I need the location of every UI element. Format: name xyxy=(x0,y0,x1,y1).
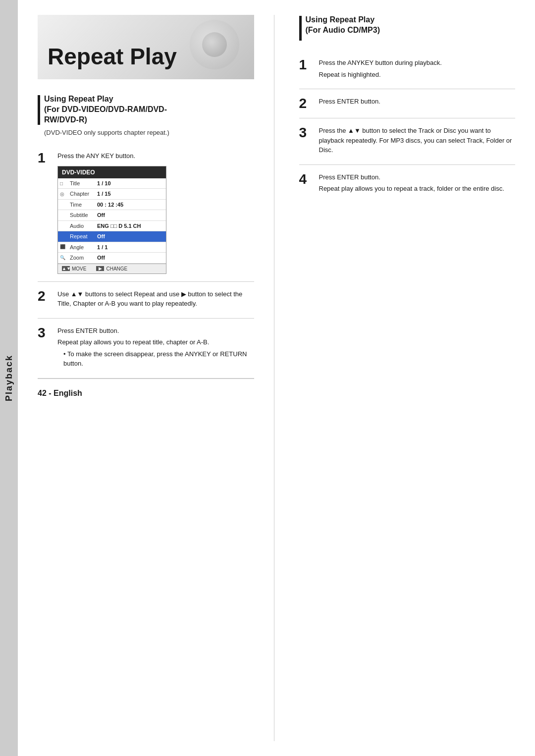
dvd-row-chapter: ◎ Chapter 1 / 15 xyxy=(58,189,166,200)
section-bar xyxy=(38,95,40,125)
right-section-bar xyxy=(299,16,302,41)
right-step-1-content: Press the ANYKEY button during playback.… xyxy=(319,58,516,81)
right-step-1-sub: Repeat is highlighted. xyxy=(319,70,516,80)
footer-change: ▶ CHANGE xyxy=(96,265,127,272)
step-3-number: 3 xyxy=(38,326,50,340)
dvd-label-subtitle: Subtitle xyxy=(70,211,97,219)
right-column: Using Repeat Play (For Audio CD/MP3) 1 P… xyxy=(294,15,516,741)
right-step-3: 3 Press the ▲▼ button to select the Trac… xyxy=(299,118,516,165)
dvd-value-angle: 1 / 1 xyxy=(97,243,107,252)
right-step-4-sub: Repeat play allows you to repeat a track… xyxy=(319,184,516,194)
right-section-heading: Using Repeat Play (For Audio CD/MP3) xyxy=(299,15,516,41)
dvd-label-title: Title xyxy=(70,179,97,188)
dvd-label-repeat: Repeat xyxy=(70,232,97,241)
right-step-1-main: Press the ANYKEY button during playback. xyxy=(319,58,516,68)
right-step-4-number: 4 xyxy=(299,172,312,186)
step-1-number: 1 xyxy=(38,151,50,165)
title-area: Repeat Play xyxy=(38,15,254,79)
right-step-1-number: 1 xyxy=(299,58,312,72)
step-1: 1 Press the ANY KEY button. DVD-VIDEO □ … xyxy=(38,144,254,282)
right-heading-text: Using Repeat Play (For Audio CD/MP3) xyxy=(306,15,380,36)
right-step-2-content: Press ENTER button. xyxy=(319,97,516,108)
dvd-label-audio: Audio xyxy=(70,222,97,230)
left-heading-line3: RW/DVD-R) xyxy=(44,115,87,124)
step-2: 2 Use ▲▼ buttons to select Repeat and us… xyxy=(38,282,254,319)
right-step-3-number: 3 xyxy=(299,126,312,140)
step-2-content: Use ▲▼ buttons to select Repeat and use … xyxy=(57,289,254,311)
right-step-4: 4 Press ENTER button. Repeat play allows… xyxy=(299,165,516,203)
right-step-2-number: 2 xyxy=(299,97,312,110)
right-step-2: 2 Press ENTER button. xyxy=(299,89,516,118)
dvd-value-title: 1 / 10 xyxy=(97,179,111,188)
page-container: Playback Repeat Play Using Repeat Play (… xyxy=(0,0,535,756)
dvd-row-repeat: Repeat Off xyxy=(58,231,166,242)
side-tab-label: Playback xyxy=(4,355,14,401)
step-3-content: Press ENTER button. Repeat play allows y… xyxy=(57,326,254,371)
step-1-content: Press the ANY KEY button. DVD-VIDEO □ Ti… xyxy=(57,151,254,274)
dvd-value-repeat: Off xyxy=(97,232,105,241)
dvd-icon-chapter: ◎ xyxy=(60,190,70,198)
right-step-4-main: Press ENTER button. xyxy=(319,172,516,182)
footer-change-label: CHANGE xyxy=(106,265,127,272)
dvd-icon-zoom: 🔍 xyxy=(60,255,70,262)
dvd-table-footer: ▲▼ MOVE ▶ CHANGE xyxy=(58,264,166,273)
dvd-row-title: □ Title 1 / 10 xyxy=(58,178,166,189)
dvd-label-chapter: Chapter xyxy=(70,190,97,198)
step-2-number: 2 xyxy=(38,289,50,303)
left-column: Repeat Play Using Repeat Play (For DVD-V… xyxy=(38,15,274,741)
right-step-4-content: Press ENTER button. Repeat play allows y… xyxy=(319,172,516,196)
dvd-label-zoom: Zoom xyxy=(70,254,97,262)
dvd-value-subtitle: Off xyxy=(97,211,105,219)
step-3-bullet: To make the screen disappear, press the … xyxy=(63,349,254,369)
step-2-text: Use ▲▼ buttons to select Repeat and use … xyxy=(57,289,254,309)
left-section-heading: Using Repeat Play (For DVD-VIDEO/DVD-RAM… xyxy=(38,94,254,125)
right-step-2-main: Press ENTER button. xyxy=(319,97,516,107)
dvd-value-audio: ENG □□ D 5.1 CH xyxy=(97,222,141,230)
left-heading-text: Using Repeat Play (For DVD-VIDEO/DVD-RAM… xyxy=(44,94,167,125)
dvd-row-time: Time 00 : 12 :45 xyxy=(58,200,166,211)
dvd-value-zoom: Off xyxy=(97,254,105,262)
left-heading-line1: Using Repeat Play xyxy=(44,95,113,103)
main-content: Repeat Play Using Repeat Play (For DVD-V… xyxy=(18,0,535,756)
right-step-3-main: Press the ▲▼ button to select the Track … xyxy=(319,126,516,155)
left-heading-line2: (For DVD-VIDEO/DVD-RAM/DVD- xyxy=(44,105,167,113)
footer-text: 42 - English xyxy=(38,389,82,397)
right-heading-line1: Using Repeat Play xyxy=(306,15,375,24)
page-footer: 42 - English xyxy=(38,378,254,398)
step-3-main-text: Press ENTER button. xyxy=(57,326,254,336)
left-section-subtext: (DVD-VIDEO only supports chapter repeat.… xyxy=(44,129,254,136)
dvd-table-header: DVD-VIDEO xyxy=(58,166,166,178)
dvd-table: DVD-VIDEO □ Title 1 / 10 ◎ Chapter 1 / 1… xyxy=(57,166,166,274)
dvd-label-angle: Angle xyxy=(70,243,97,252)
dvd-row-subtitle: Subtitle Off xyxy=(58,210,166,221)
step-1-text: Press the ANY KEY button. xyxy=(57,151,254,161)
right-step-1: 1 Press the ANYKEY button during playbac… xyxy=(299,51,516,89)
change-icon: ▶ xyxy=(96,266,104,271)
page-title: Repeat Play xyxy=(48,44,177,69)
columns: Repeat Play Using Repeat Play (For DVD-V… xyxy=(38,15,515,741)
move-icon: ▲▼ xyxy=(62,266,70,271)
dvd-value-time: 00 : 12 :45 xyxy=(97,201,123,209)
footer-move-label: MOVE xyxy=(72,265,86,272)
dvd-row-zoom: 🔍 Zoom Off xyxy=(58,253,166,264)
dvd-icon-title: □ xyxy=(60,180,70,187)
dvd-label-time: Time xyxy=(70,201,97,209)
footer-move: ▲▼ MOVE xyxy=(62,265,86,272)
dvd-icon-angle: ⬛ xyxy=(60,244,70,251)
right-step-3-content: Press the ▲▼ button to select the Track … xyxy=(319,126,516,157)
dvd-value-chapter: 1 / 15 xyxy=(97,190,111,198)
dvd-row-angle: ⬛ Angle 1 / 1 xyxy=(58,242,166,253)
right-heading-line2: (For Audio CD/MP3) xyxy=(306,26,380,34)
step-3: 3 Press ENTER button. Repeat play allows… xyxy=(38,319,254,378)
side-tab: Playback xyxy=(0,0,18,756)
step-3-sub-text: Repeat play allows you to repeat title, … xyxy=(57,337,254,347)
dvd-row-audio: Audio ENG □□ D 5.1 CH xyxy=(58,221,166,232)
